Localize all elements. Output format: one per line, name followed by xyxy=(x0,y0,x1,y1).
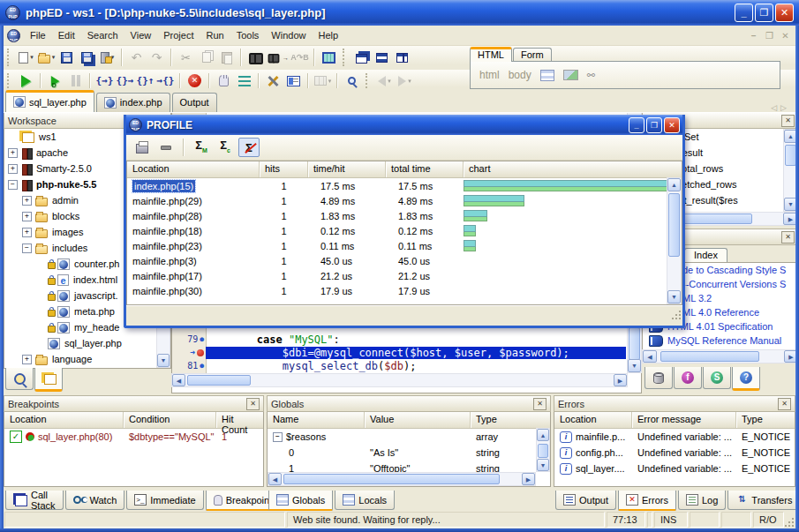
tab-watch[interactable]: Watch xyxy=(65,491,125,510)
tile-vertical-button[interactable] xyxy=(392,48,412,67)
tree-item-sql-layer-php[interactable]: sql_layer.php xyxy=(4,335,170,351)
run-button[interactable] xyxy=(16,71,36,91)
tab-database[interactable] xyxy=(644,367,673,389)
minimize-button[interactable]: _ xyxy=(735,4,753,22)
profile-no-sum-button[interactable]: Σ xyxy=(238,138,260,157)
profile-row[interactable]: mainfile.php(17) 1 21.2 us 21.2 us xyxy=(127,268,682,283)
column-time-per-hit[interactable]: time/hit xyxy=(308,161,386,177)
column-total-time[interactable]: total time xyxy=(386,161,464,177)
globals-expander[interactable]: − xyxy=(273,432,283,442)
profile-row[interactable]: mainfile.php(30) 1 17.9 us 17.9 us xyxy=(127,283,682,298)
profile-row[interactable]: mainfile.php(18) 1 0.12 ms 0.12 ms xyxy=(127,223,682,238)
run-debug-button[interactable] xyxy=(45,71,65,91)
tree-expander[interactable]: + xyxy=(22,212,32,221)
editor-tab-output[interactable]: Output xyxy=(172,93,217,112)
mdi-child-icon[interactable]: EDPHP xyxy=(7,29,20,42)
tab-globals[interactable]: Globals xyxy=(268,491,333,512)
insert-image-icon[interactable] xyxy=(563,70,578,80)
insert-table-icon[interactable] xyxy=(540,70,554,81)
profile-dialog[interactable]: EDPHP PROFILE _ ❐ ✕ ΣM Σc Σ Location hit… xyxy=(124,115,685,328)
editor-tab-sql-layer-php[interactable]: sql_layer.php xyxy=(5,90,94,112)
tab-help-index[interactable]: Index xyxy=(684,248,727,262)
column-g-value[interactable]: Value xyxy=(365,412,471,428)
tree-expander[interactable]: + xyxy=(8,164,18,174)
navigate-forward-button[interactable]: ▾ xyxy=(395,71,415,91)
insert-body-button[interactable]: body xyxy=(509,69,531,81)
profile-row[interactable]: mainfile.php(28) 1 1.83 ms 1.83 ms xyxy=(127,208,682,223)
navigate-back-button[interactable]: ▾ xyxy=(374,71,395,91)
deploy-button[interactable]: ▾ xyxy=(97,48,117,67)
maximize-button[interactable]: ❐ xyxy=(755,4,773,22)
toolbar-grip[interactable] xyxy=(7,73,12,89)
pause-button[interactable] xyxy=(65,71,86,91)
toolbar-grip[interactable] xyxy=(7,49,12,66)
explorer-close-icon[interactable]: ✕ xyxy=(781,115,795,127)
find-next-button[interactable]: → xyxy=(266,48,290,67)
error-row[interactable]: i mainfile.p... Undefined variable: ... … xyxy=(554,429,795,445)
column-hits[interactable]: hits xyxy=(260,161,308,177)
profile-row[interactable]: mainfile.php(29) 1 4.89 ms 4.89 ms xyxy=(127,193,682,208)
tab-code-explorer[interactable] xyxy=(5,368,34,390)
profile-row[interactable]: mainfile.php(23) 1 0.11 ms 0.11 ms xyxy=(127,238,682,253)
help-horizontal-scrollbar[interactable]: ◀ ▶ xyxy=(642,349,799,363)
step-over-button[interactable]: {}→ xyxy=(115,71,135,91)
save-all-button[interactable] xyxy=(77,48,97,67)
column-bp-hitcount[interactable]: Hit Count xyxy=(216,412,263,428)
tree-expander[interactable]: + xyxy=(22,196,32,206)
menu-tools[interactable]: Tools xyxy=(230,27,266,43)
profile-print-button[interactable] xyxy=(132,138,153,157)
editor-horizontal-scrollbar[interactable]: ◀ ▶ xyxy=(171,373,628,387)
step-into-button[interactable]: {→} xyxy=(94,71,115,91)
toolbar-grip[interactable] xyxy=(366,73,371,89)
column-bp-condition[interactable]: Condition xyxy=(124,412,216,428)
tile-horizontal-button[interactable] xyxy=(372,48,392,67)
breakpoint-checkbox[interactable]: ✓ xyxy=(10,431,22,443)
menu-search[interactable]: Search xyxy=(81,27,124,43)
code-line-80[interactable]: ➜ $dbi=@mysql_connect($host, $user, $pas… xyxy=(172,346,626,359)
tab-functions[interactable]: f xyxy=(674,367,702,389)
tree-expander[interactable]: + xyxy=(8,148,18,158)
code-line-81[interactable]: 81● mysql_select_db($db); xyxy=(172,359,626,372)
break-button[interactable] xyxy=(214,71,234,91)
profile-close-button[interactable]: ✕ xyxy=(664,117,680,133)
cut-button[interactable]: ✂ xyxy=(176,48,196,67)
mdi-restore-icon[interactable]: ❐ xyxy=(763,31,776,41)
errors-close-icon[interactable]: ✕ xyxy=(778,398,791,410)
find-button[interactable] xyxy=(245,48,266,67)
tab-locals[interactable]: Locals xyxy=(335,491,395,510)
profile-scrollbar[interactable]: ▲ ▼ xyxy=(667,177,682,304)
layout-button[interactable]: ▾ xyxy=(313,71,333,91)
close-button[interactable]: ✕ xyxy=(775,4,794,22)
save-button[interactable] xyxy=(57,48,77,67)
mdi-close-icon[interactable]: ✕ xyxy=(779,31,792,41)
profile-minimize-button[interactable]: _ xyxy=(629,117,644,133)
profile-row[interactable]: mainfile.php(3) 1 45.0 us 45.0 us xyxy=(127,253,682,268)
tab-log[interactable]: Log xyxy=(678,491,726,510)
tab-errors[interactable]: ✕Errors xyxy=(618,491,676,512)
tab-snippets[interactable]: S xyxy=(703,367,731,389)
step-out-button[interactable]: {}↑ xyxy=(135,71,155,91)
tree-item-language[interactable]: +language xyxy=(4,351,170,367)
run-to-cursor-button[interactable]: →{} xyxy=(155,71,176,91)
help-close-icon[interactable]: ✕ xyxy=(781,231,795,244)
paste-button[interactable] xyxy=(216,48,237,67)
profile-row[interactable]: index.php(15) 1 17.5 ms 17.5 ms xyxy=(127,178,682,193)
menu-run[interactable]: Run xyxy=(200,27,230,43)
editor-tab-index-php[interactable]: index.php xyxy=(96,93,170,112)
tab-call-stack[interactable]: Call Stack xyxy=(5,491,64,510)
error-row[interactable]: i config.ph... Undefined variable: ... E… xyxy=(554,445,795,461)
code-insight-button[interactable] xyxy=(342,71,362,91)
tab-form[interactable]: Form xyxy=(513,48,552,62)
profile-resize-grip[interactable] xyxy=(671,310,682,320)
settings-button[interactable] xyxy=(263,71,283,91)
menu-project[interactable]: Project xyxy=(157,27,200,43)
column-e-type[interactable]: Type xyxy=(736,412,795,428)
project-properties-button[interactable] xyxy=(283,71,304,91)
menu-file[interactable]: File xyxy=(24,27,52,43)
tab-transfers[interactable]: ⇅Transfers xyxy=(727,491,799,510)
tab-workspace[interactable] xyxy=(34,368,63,392)
profile-sum-calls-button[interactable]: Σc xyxy=(215,138,236,157)
profiler-button[interactable] xyxy=(234,71,254,91)
code-line-79[interactable]: 79● case "MySQL": xyxy=(172,333,626,346)
menu-window[interactable]: Window xyxy=(265,27,312,43)
